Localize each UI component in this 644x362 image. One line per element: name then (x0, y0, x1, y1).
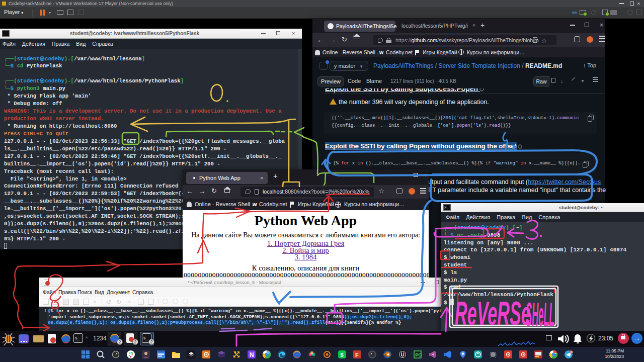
svg-text:34: 34 (571, 351, 574, 353)
svg-text:PC: PC (416, 352, 422, 357)
svg-text:$: $ (341, 352, 344, 358)
svg-text:F: F (355, 352, 359, 358)
svg-text:U: U (401, 352, 405, 357)
svg-text:N: N (250, 351, 254, 358)
